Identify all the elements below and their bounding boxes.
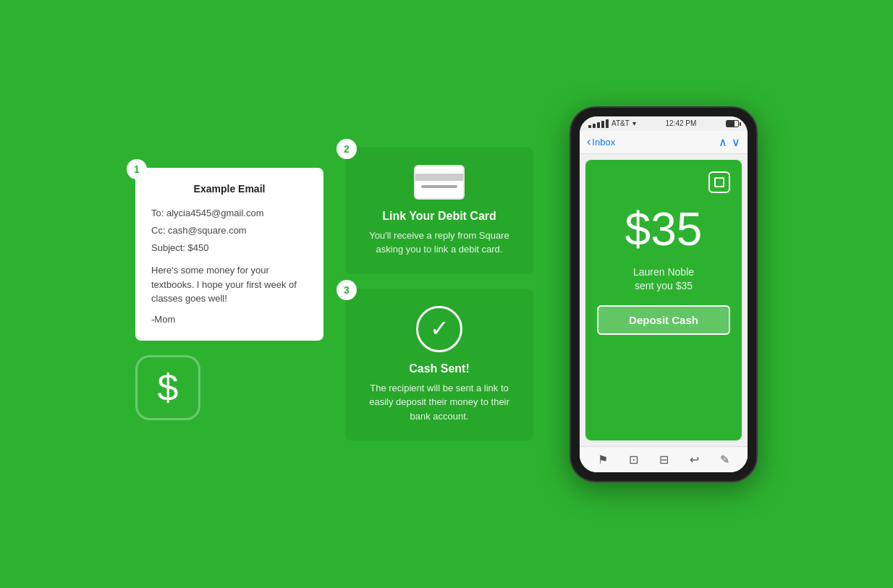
sender-name: Lauren Noble xyxy=(633,266,694,278)
step1-badge: 1 xyxy=(127,159,147,179)
bottom-row: $ xyxy=(135,355,200,420)
square-logo-inner xyxy=(714,177,724,187)
sender-text: sent you $35 xyxy=(635,280,693,291)
step3-badge: 3 xyxy=(337,280,357,300)
email-signature: -Mom xyxy=(151,312,308,328)
step2-badge: 2 xyxy=(337,139,357,159)
up-chevron-icon[interactable]: ∧ xyxy=(719,135,727,149)
battery-indicator xyxy=(726,120,739,127)
step2-desc: You'll receive a reply from Square askin… xyxy=(360,229,519,257)
compose-icon[interactable]: ✎ xyxy=(720,453,729,466)
email-to: To: alycia4545@gmail.com xyxy=(151,205,308,221)
step2-card: Link Your Debit Card You'll receive a re… xyxy=(345,148,533,274)
phone-container: AT&T ▾ 12:42 PM ‹ Inbox ∧ ∨ xyxy=(570,106,758,482)
checkmark-icon: ✓ xyxy=(416,306,462,352)
down-chevron-icon[interactable]: ∨ xyxy=(732,135,740,149)
phone: AT&T ▾ 12:42 PM ‹ Inbox ∧ ∨ xyxy=(570,106,758,482)
step2-wrapper: 2 Link Your Debit Card You'll receive a … xyxy=(345,148,533,274)
left-section: 1 Example Email To: alycia4545@gmail.com… xyxy=(135,168,323,420)
square-logo xyxy=(708,171,730,193)
carrier-label: AT&T xyxy=(611,119,630,127)
step3-desc: The recipient will be sent a link to eas… xyxy=(360,381,519,424)
email-body-text: Here's some money for your textbooks. I … xyxy=(151,263,308,306)
email-cc: Cc: cash@square.com xyxy=(151,223,308,239)
status-bar: AT&T ▾ 12:42 PM xyxy=(580,116,748,131)
wifi-icon: ▾ xyxy=(632,119,636,127)
step1-wrapper: 1 Example Email To: alycia4545@gmail.com… xyxy=(135,168,323,341)
middle-section: 2 Link Your Debit Card You'll receive a … xyxy=(345,148,533,441)
step3-card: ✓ Cash Sent! The recipient will be sent … xyxy=(345,289,533,441)
sender-info: Lauren Noble sent you $35 xyxy=(633,265,694,294)
cash-email-body: $35 Lauren Noble sent you $35 Deposit Ca… xyxy=(585,160,742,440)
app-icon: $ xyxy=(135,355,200,420)
phone-screen: AT&T ▾ 12:42 PM ‹ Inbox ∧ ∨ xyxy=(580,116,748,472)
signal-bars xyxy=(588,119,609,128)
email-card: Example Email To: alycia4545@gmail.com C… xyxy=(135,168,323,341)
debit-card-icon xyxy=(414,165,465,200)
back-chevron-icon: ‹ xyxy=(587,135,591,148)
dollar-sign: $ xyxy=(158,369,179,406)
nav-actions: ∧ ∨ xyxy=(719,135,740,149)
step3-title: Cash Sent! xyxy=(409,362,470,375)
step2-title: Link Your Debit Card xyxy=(382,210,496,223)
nav-bar: ‹ Inbox ∧ ∨ xyxy=(580,131,748,154)
step3-wrapper: 3 ✓ Cash Sent! The recipient will be sen… xyxy=(345,289,533,441)
folder-icon[interactable]: ⊡ xyxy=(629,453,638,466)
back-button[interactable]: ‹ Inbox xyxy=(587,135,615,148)
email-subject: Subject: $450 xyxy=(151,240,308,256)
phone-toolbar: ⚑ ⊡ ⊟ ↩ ✎ xyxy=(580,446,748,472)
archive-icon[interactable]: ⊟ xyxy=(659,453,669,466)
back-label: Inbox xyxy=(592,137,615,148)
deposit-cash-button[interactable]: Deposit Cash xyxy=(597,305,730,335)
reply-icon[interactable]: ↩ xyxy=(690,453,699,466)
amount-display: $35 xyxy=(625,206,703,252)
time-display: 12:42 PM xyxy=(666,119,697,127)
flag-icon[interactable]: ⚑ xyxy=(598,453,608,466)
email-title: Example Email xyxy=(151,181,308,198)
